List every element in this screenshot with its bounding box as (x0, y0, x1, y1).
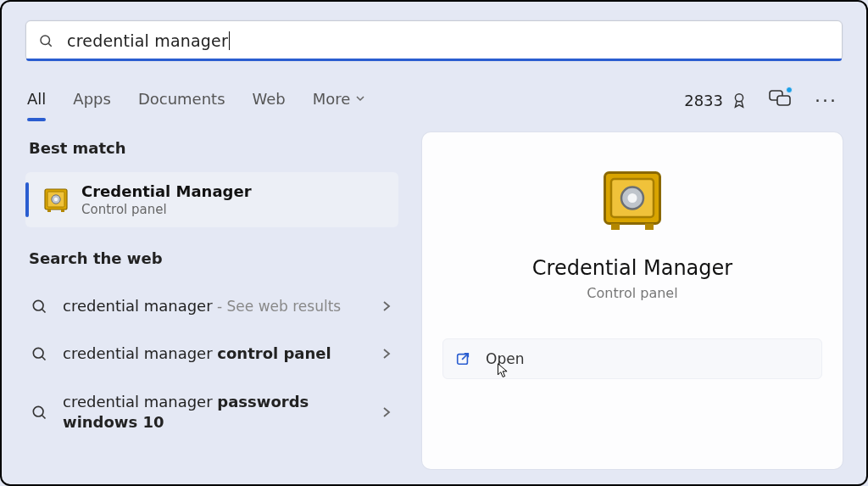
svg-line-1 (48, 43, 51, 46)
text-caret (229, 31, 230, 50)
medal-icon (730, 91, 748, 109)
safe-icon (42, 187, 70, 214)
preview-card: Credential Manager Control panel Open (422, 132, 843, 469)
open-action-label: Open (486, 350, 524, 367)
search-icon (31, 298, 47, 315)
svg-point-0 (41, 36, 50, 45)
preview-title: Credential Manager (532, 256, 732, 280)
svg-line-12 (42, 310, 46, 313)
rewards-points[interactable]: 2833 (684, 91, 748, 109)
best-match-subtitle: Control panel (81, 202, 387, 217)
svg-point-13 (33, 349, 43, 359)
tab-apps[interactable]: Apps (73, 90, 111, 120)
safe-icon (598, 166, 666, 234)
chevron-right-icon (381, 406, 392, 418)
chevron-right-icon (381, 348, 392, 360)
search-icon (31, 345, 47, 362)
rewards-points-value: 2833 (684, 92, 723, 109)
open-action[interactable]: Open (442, 338, 822, 379)
overflow-menu-button[interactable]: ··· (811, 90, 841, 111)
search-icon (31, 404, 47, 421)
web-result-label: credential manager control panel (63, 344, 373, 364)
best-match-item[interactable]: Credential Manager Control panel (25, 172, 398, 227)
svg-point-11 (33, 300, 43, 310)
web-result-label: credential manager passwords windows 10 (63, 392, 373, 433)
svg-point-8 (54, 197, 58, 200)
preview-pane: Credential Manager Control panel Open (422, 132, 843, 469)
notification-dot (786, 87, 793, 93)
search-bar[interactable]: credential manager (25, 20, 843, 61)
search-web-heading: Search the web (29, 249, 398, 267)
tabs-row: All Apps Documents Web More 2833 ··· (25, 88, 843, 120)
open-external-icon (455, 351, 470, 366)
best-match-texts: Credential Manager Control panel (81, 182, 387, 217)
results-area: Best match Credential Manager Control pa… (25, 132, 843, 469)
svg-rect-4 (777, 96, 790, 105)
tab-documents[interactable]: Documents (138, 90, 225, 120)
svg-rect-21 (611, 224, 620, 231)
filter-tabs: All Apps Documents Web More (27, 90, 365, 120)
web-result-item[interactable]: credential manager - See web results (25, 282, 398, 330)
search-icon (38, 33, 53, 48)
svg-point-2 (735, 94, 743, 102)
tab-web[interactable]: Web (253, 90, 286, 120)
web-result-item[interactable]: credential manager control panel (25, 330, 398, 377)
best-match-heading: Best match (29, 139, 398, 157)
svg-rect-10 (61, 209, 64, 212)
web-result-item[interactable]: credential manager passwords windows 10 (25, 378, 398, 447)
svg-point-20 (628, 193, 637, 203)
best-match-title: Credential Manager (81, 182, 387, 200)
tab-more[interactable]: More (313, 90, 366, 120)
web-results-list: credential manager - See web results cre… (25, 282, 398, 446)
svg-rect-9 (47, 209, 51, 212)
svg-line-16 (42, 416, 46, 419)
web-result-label: credential manager - See web results (63, 296, 373, 316)
results-list: Best match Credential Manager Control pa… (25, 132, 398, 469)
search-input[interactable]: credential manager (67, 31, 228, 50)
chevron-right-icon (381, 300, 392, 312)
svg-rect-22 (645, 224, 654, 231)
preview-subtitle: Control panel (587, 285, 677, 301)
chat-button[interactable] (769, 88, 791, 112)
svg-line-14 (42, 357, 46, 360)
tab-all[interactable]: All (27, 90, 46, 120)
chevron-down-icon (355, 93, 365, 103)
svg-point-15 (33, 406, 43, 416)
